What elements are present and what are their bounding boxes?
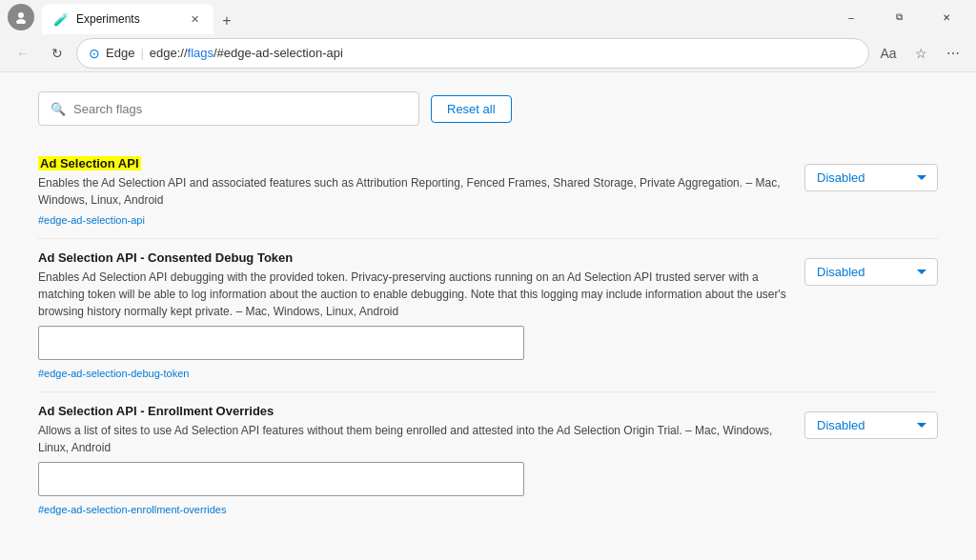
flag-anchor-link[interactable]: #edge-ad-selection-api [38,214,145,226]
close-window-button[interactable]: ✕ [925,4,968,30]
flags-search-bar: 🔍 Reset all [38,91,938,126]
restore-button[interactable]: ⧉ [877,4,921,30]
svg-point-0 [18,12,24,18]
flag-select[interactable]: Disabled Default Enabled [804,411,938,439]
address-url: edge://flags/#edge-ad-selection-api [150,46,343,60]
tab-title: Experiments [76,12,140,26]
address-separator: | [140,46,143,60]
minimize-button[interactable]: – [829,4,873,30]
tab-area: 🧪 Experiments ✕ + [42,0,822,34]
search-wrapper: 🔍 [38,91,419,126]
flag-item: Ad Selection API - Enrollment Overrides … [38,392,938,528]
flag-item: Ad Selection API Enables the Ad Selectio… [38,145,938,239]
tab-favicon: 🧪 [53,12,69,27]
tab-close-button[interactable]: ✕ [187,11,202,27]
address-bar[interactable]: ⊙ Edge | edge://flags/#edge-ad-selection… [76,38,869,69]
flag-content: Ad Selection API - Consented Debug Token… [38,250,789,380]
reader-mode-button[interactable]: Aa [873,38,904,69]
edge-logo-icon: ⊙ [89,46,100,61]
back-button[interactable]: ← [8,38,38,69]
flag-enrollment-input[interactable] [38,462,524,496]
toolbar-right-buttons: Aa ☆ ⋯ [873,38,968,69]
active-tab[interactable]: 🧪 Experiments ✕ [42,4,214,34]
reset-all-button[interactable]: Reset all [431,95,512,123]
refresh-button[interactable]: ↻ [42,38,72,69]
flag-select[interactable]: Disabled Default Enabled [804,258,938,286]
search-icon: 🔍 [51,102,66,116]
more-button[interactable]: ⋯ [938,38,968,69]
flag-title-highlighted: Ad Selection API [38,156,141,170]
flag-description: Enables Ad Selection API debugging with … [38,269,789,320]
flag-item: Ad Selection API - Consented Debug Token… [38,239,938,392]
flag-title: Ad Selection API [38,156,789,170]
window-controls: – ⧉ ✕ [829,4,968,30]
flag-select[interactable]: Disabled Default Enabled [804,164,938,191]
favorites-button[interactable]: ☆ [905,38,936,69]
toolbar: ← ↻ ⊙ Edge | edge://flags/#edge-ad-selec… [0,34,976,72]
profile-button[interactable] [8,4,34,30]
address-bar-edge-label: Edge [106,46,134,60]
flag-content: Ad Selection API - Enrollment Overrides … [38,404,789,516]
flag-token-input[interactable] [38,326,524,360]
flag-control: Disabled Default Enabled [804,404,938,516]
title-bar: 🧪 Experiments ✕ + – ⧉ ✕ [0,0,976,34]
search-input[interactable] [73,102,407,116]
flag-title: Ad Selection API - Consented Debug Token [38,250,789,265]
flag-description: Allows a list of sites to use Ad Selecti… [38,422,789,456]
flag-content: Ad Selection API Enables the Ad Selectio… [38,156,789,227]
main-content: 🔍 Reset all Ad Selection API Enables the… [0,72,976,560]
flag-description: Enables the Ad Selection API and associa… [38,174,789,209]
flag-title: Ad Selection API - Enrollment Overrides [38,404,789,418]
flag-control: Disabled Default Enabled [804,250,938,380]
new-tab-button[interactable]: + [214,8,240,34]
flag-control: Disabled Default Enabled [804,156,938,227]
flag-anchor-link[interactable]: #edge-ad-selection-enrollment-overrides [38,504,227,515]
flag-anchor-link[interactable]: #edge-ad-selection-debug-token [38,368,189,379]
svg-point-1 [16,19,26,24]
